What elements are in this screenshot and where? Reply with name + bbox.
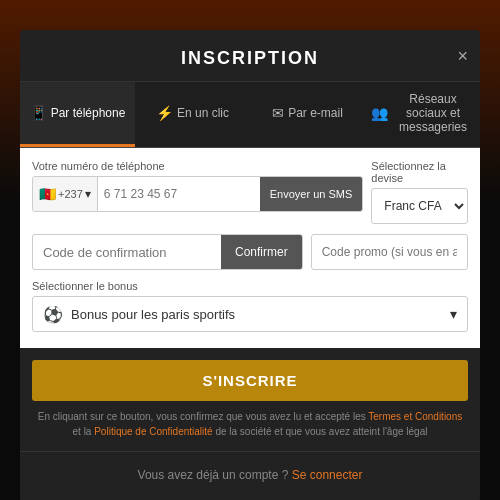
- country-selector[interactable]: 🇨🇲 +237 ▾: [33, 177, 98, 211]
- chevron-down-icon: ▾: [450, 306, 457, 322]
- privacy-link[interactable]: Politique de Confidentialité: [94, 426, 212, 437]
- confirmation-input[interactable]: [33, 245, 221, 260]
- tab-social[interactable]: 👥 Réseaux sociaux et messageries: [365, 82, 480, 147]
- devise-select[interactable]: Franc CFA d'Afrique Centrale (XAF): [371, 188, 468, 224]
- terms-link[interactable]: Termes et Conditions: [368, 411, 462, 422]
- form-area: Votre numéro de téléphone 🇨🇲 +237 ▾ Envo…: [20, 148, 480, 348]
- bonus-select[interactable]: ⚽ Bonus pour les paris sportifs ▾: [32, 296, 468, 332]
- terms-prefix: En cliquant sur ce bouton, vous confirme…: [38, 411, 366, 422]
- confirm-button[interactable]: Confirmer: [221, 234, 302, 270]
- email-icon: ✉: [272, 105, 284, 121]
- tab-oneclick[interactable]: ⚡ En un clic: [135, 82, 250, 147]
- phone-input-group: 🇨🇲 +237 ▾ Envoyer un SMS: [32, 176, 363, 212]
- login-text: Vous avez déjà un compte ? Se connecter: [20, 460, 480, 486]
- divider: [20, 451, 480, 452]
- tab-social-label: Réseaux sociaux et messageries: [392, 92, 474, 134]
- send-sms-button[interactable]: Envoyer un SMS: [260, 176, 363, 212]
- close-button[interactable]: ×: [457, 45, 468, 66]
- phone-label: Votre numéro de téléphone: [32, 160, 363, 172]
- confirmation-group-wrapper: Confirmer: [32, 234, 303, 270]
- terms-and: et la: [73, 426, 92, 437]
- tab-email[interactable]: ✉ Par e-mail: [250, 82, 365, 147]
- tab-email-label: Par e-mail: [288, 106, 343, 120]
- terms-text: En cliquant sur ce bouton, vous confirme…: [20, 409, 480, 439]
- devise-label: Sélectionnez la devise: [371, 160, 468, 184]
- phone-icon: 📱: [30, 105, 47, 121]
- confirmation-group: Confirmer: [32, 234, 303, 270]
- modal-backdrop: INSCRIPTION × 📱 Par téléphone ⚡ En un cl…: [0, 0, 500, 500]
- dropdown-arrow-icon: ▾: [85, 187, 91, 201]
- bonus-left: ⚽ Bonus pour les paris sportifs: [43, 305, 235, 324]
- devise-group: Sélectionnez la devise Franc CFA d'Afriq…: [371, 160, 468, 224]
- bonus-icon: ⚽: [43, 305, 63, 324]
- promo-input[interactable]: [311, 234, 468, 270]
- bonus-group: Sélectionner le bonus ⚽ Bonus pour les p…: [32, 280, 468, 332]
- lightning-icon: ⚡: [156, 105, 173, 121]
- phone-number-input[interactable]: [98, 187, 260, 201]
- modal-header: INSCRIPTION ×: [20, 30, 480, 82]
- login-prefix: Vous avez déjà un compte ?: [138, 468, 289, 482]
- social-icon: 👥: [371, 105, 388, 121]
- promo-group: [311, 234, 468, 270]
- terms-suffix: de la société et que vous avez atteint l…: [215, 426, 427, 437]
- row-confirmation-promo: Confirmer: [32, 234, 468, 270]
- country-code: +237: [58, 188, 83, 200]
- phone-group: Votre numéro de téléphone 🇨🇲 +237 ▾ Envo…: [32, 160, 363, 224]
- flag-emoji: 🇨🇲: [39, 186, 56, 202]
- tab-phone-label: Par téléphone: [51, 106, 126, 120]
- login-link[interactable]: Se connecter: [292, 468, 363, 482]
- tab-bar: 📱 Par téléphone ⚡ En un clic ✉ Par e-mai…: [20, 82, 480, 148]
- registration-modal: INSCRIPTION × 📱 Par téléphone ⚡ En un cl…: [20, 30, 480, 500]
- modal-title: INSCRIPTION: [181, 48, 319, 68]
- register-button[interactable]: S'INSCRIRE: [32, 360, 468, 401]
- tab-oneclick-label: En un clic: [177, 106, 229, 120]
- row-phone-devise: Votre numéro de téléphone 🇨🇲 +237 ▾ Envo…: [32, 160, 468, 224]
- bonus-value-label: Bonus pour les paris sportifs: [71, 307, 235, 322]
- bonus-label: Sélectionner le bonus: [32, 280, 468, 292]
- tab-phone[interactable]: 📱 Par téléphone: [20, 82, 135, 147]
